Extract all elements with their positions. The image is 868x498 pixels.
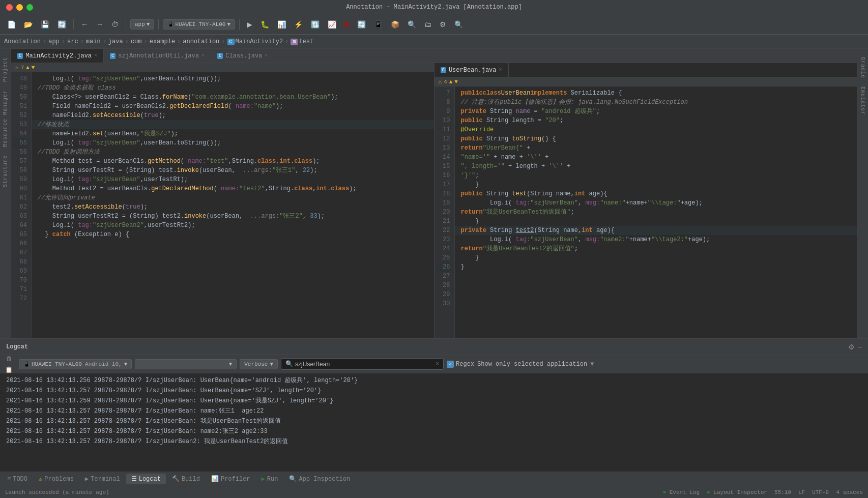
logcat-delete-button[interactable]: 🗑 — [4, 354, 14, 363]
breadcrumb-com[interactable]: com — [131, 38, 142, 45]
right-code-lines: public class UserBean implements Seriali… — [455, 86, 857, 338]
new-file-button[interactable]: 📄 — [4, 18, 19, 31]
tab-build[interactable]: 🔨 Build — [167, 474, 205, 484]
close-panel-button[interactable]: − — [858, 343, 862, 351]
search-box[interactable]: 🔍 × — [281, 358, 444, 370]
save-button[interactable]: 💾 — [38, 18, 52, 31]
tab-problems[interactable]: ⚠ Problems — [34, 474, 79, 484]
breadcrumb-main[interactable]: main — [86, 38, 101, 45]
search-button[interactable]: 🔍 — [451, 18, 466, 31]
rline-24: } — [455, 217, 857, 226]
tab-label-mainactivity2: MainActivity2.java — [25, 52, 92, 60]
code-line-55: //修改状态 — [32, 120, 434, 129]
sidebar-item-gradle[interactable]: Gradle — [860, 53, 865, 82]
right-code-scroll[interactable]: 7891011 1213141516 1718192021 22232425 2… — [435, 86, 857, 338]
forward-button[interactable]: → — [93, 18, 106, 31]
tab-class[interactable]: C Class.java × — [211, 49, 274, 63]
layout-inspector-button[interactable]: 🔍 — [404, 18, 419, 31]
history-button[interactable]: ⏱ — [108, 18, 122, 31]
device-selector-label: HUAWEI TNY-AL00 — [175, 21, 225, 27]
build-run-button[interactable]: ▶ — [244, 18, 255, 31]
main-toolbar: 📄 📂 💾 🔄 ← → ⏱ app ▼ 📱 HUAWEI TNY-AL00 ▼ … — [0, 14, 868, 35]
tab-todo[interactable]: ≡ TODO — [2, 474, 33, 484]
breadcrumb-app[interactable]: app — [48, 38, 60, 45]
settings-button[interactable]: ⚙ — [437, 18, 449, 31]
sync-project-button[interactable]: 🔄 — [354, 18, 369, 31]
tab-terminal[interactable]: ▶ Terminal — [80, 474, 125, 484]
sidebar-item-project[interactable]: Project — [3, 53, 8, 86]
tab-icon-szjannotation: C — [110, 53, 115, 59]
regex-checkbox-icon[interactable]: ✓ — [447, 361, 454, 368]
back-button[interactable]: ← — [78, 18, 91, 31]
rline-27: Log.i( tag: "szjUserBean", msg: "name2:"… — [455, 235, 857, 244]
profile-button[interactable]: 📈 — [325, 18, 339, 31]
logcat-device-selector[interactable]: 📱 HUAWEI TNY-AL00 Android 10, ▼ — [19, 359, 132, 369]
breadcrumb-test[interactable]: mtest — [291, 38, 313, 45]
breadcrumb-src[interactable]: src — [67, 38, 78, 45]
regex-option[interactable]: ✓ Regex — [447, 361, 474, 368]
logcat-scroll-button[interactable]: 📋 — [4, 365, 14, 374]
sdk-manager-button[interactable]: 📦 — [388, 18, 402, 31]
log-content[interactable]: 2021-08-16 13:42:13.256 29878-29878/? I/… — [0, 373, 868, 472]
layout-inspector-link[interactable]: ● Layout Inspector — [707, 489, 767, 495]
avd-manager-button[interactable]: 📱 — [371, 18, 386, 31]
sidebar-item-resource-manager[interactable]: Resource Manager — [3, 86, 8, 151]
left-line-numbers: 4849505152 535455 5657585960 6162636465 … — [11, 72, 32, 338]
verbose-dropdown-icon: ▼ — [270, 361, 273, 367]
device-selector[interactable]: 📱 HUAWEI TNY-AL00 ▼ — [163, 19, 235, 30]
sidebar-item-emulator[interactable]: Emulator — [860, 82, 865, 119]
rline-16: "name='" + name + '\'' + — [455, 153, 857, 162]
right-code-pane: C UserBean.java × ⚠ 4 ▲ ▼ — [435, 63, 857, 338]
rline-18: '}'"; — [455, 171, 857, 180]
tab-close-userbean[interactable]: × — [499, 67, 502, 73]
code-line-53: Field nameField2 = userBeanCls2.getDecla… — [32, 102, 434, 111]
tab-mainactivity2[interactable]: C MainActivity2.java × — [11, 49, 104, 63]
tab-close-mainactivity2[interactable]: × — [94, 53, 97, 58]
apply-changes-button[interactable]: ⚡ — [291, 18, 306, 31]
log-line-3: 2021-08-16 13:42:13.259 29878-29878/? I/… — [0, 396, 868, 406]
open-button[interactable]: 📂 — [21, 18, 36, 31]
search-clear-icon[interactable]: × — [436, 361, 439, 368]
tab-close-class[interactable]: × — [265, 53, 268, 58]
event-log-link[interactable]: ● Event Log — [662, 489, 700, 495]
breadcrumb-annotation[interactable]: Annotation — [4, 38, 41, 45]
tab-userbean[interactable]: C UserBean.java × — [435, 63, 509, 77]
left-code-pane: ⚠ 7 ▲ ▼ 4849505152 535455 5657585960 616… — [11, 63, 435, 338]
close-button[interactable] — [6, 4, 13, 11]
breadcrumb-example[interactable]: example — [150, 38, 175, 45]
app-selector[interactable]: app ▼ — [130, 19, 154, 30]
rline-21: public String test(String name,int age){ — [455, 189, 857, 198]
log-line-1: 2021-08-16 13:42:13.256 29878-29878/? I/… — [0, 375, 868, 386]
chevron-down-icon2: ▼ — [227, 21, 230, 27]
settings-panel-button[interactable]: ⚙ — [848, 343, 855, 351]
verbose-selector[interactable]: Verbose ▼ — [240, 359, 278, 369]
sync-button[interactable]: 🔄 — [54, 18, 69, 31]
tab-problems-icon: ⚠ — [39, 475, 42, 483]
maximize-button[interactable] — [26, 4, 33, 11]
search-input[interactable] — [295, 361, 433, 368]
open-file-button[interactable]: 🗂 — [421, 18, 435, 31]
tab-szjannotationutil[interactable]: C szjAnnotationUtil.java × — [104, 49, 211, 63]
stop-button[interactable]: ■ — [341, 18, 352, 31]
tab-label-class: Class.java — [225, 52, 262, 60]
tab-logcat[interactable]: ☰ Logcat — [126, 474, 166, 484]
run-with-coverage-button[interactable]: 📊 — [274, 18, 289, 31]
sidebar-item-structure[interactable]: Structure — [3, 151, 8, 191]
breadcrumb-java[interactable]: java — [108, 38, 123, 45]
rline-26: private String test2(String name,int age… — [455, 226, 857, 235]
code-line-69: String userTestRt2 = (String) test2.invo… — [32, 212, 434, 221]
breadcrumb-annotation2[interactable]: annotation — [183, 38, 219, 45]
tab-profiler[interactable]: 📊 Profiler — [206, 474, 255, 484]
debug-button[interactable]: 🐛 — [257, 18, 272, 31]
rline-19: } — [455, 180, 857, 189]
show-only-dropdown-icon[interactable]: ▼ — [590, 361, 594, 368]
left-code-scroll[interactable]: 4849505152 535455 5657585960 6162636465 … — [11, 72, 434, 338]
tab-app-inspection[interactable]: 🔍 App Inspection — [284, 474, 355, 484]
rline-15: return "UserBean{" + — [455, 143, 857, 153]
tab-close-szjannotation[interactable]: × — [201, 53, 205, 58]
tab-run[interactable]: ▶ Run — [256, 474, 283, 484]
minimize-button[interactable] — [16, 4, 23, 11]
apply-restart-button[interactable]: 🔃 — [308, 18, 323, 31]
breadcrumb-mainactivity2[interactable]: CMainActivity2 — [227, 38, 283, 45]
process-selector[interactable]: ▼ — [135, 359, 237, 369]
